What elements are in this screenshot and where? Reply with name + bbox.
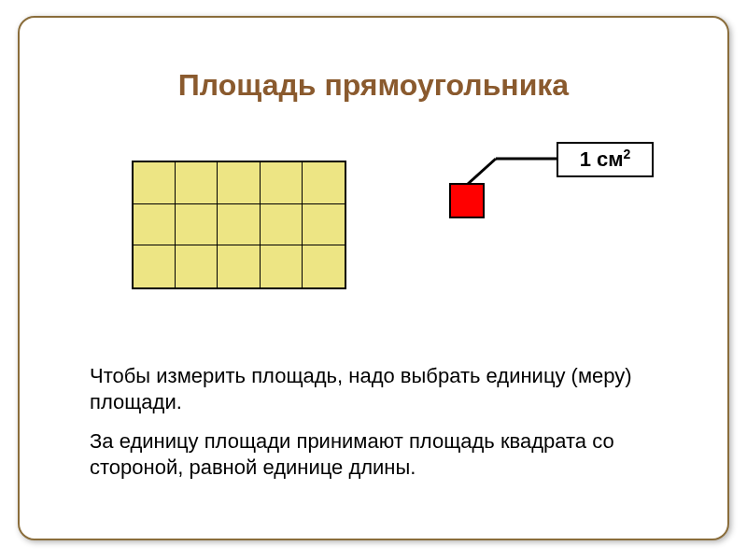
svg-line-0 bbox=[468, 159, 496, 184]
example-rectangle-grid bbox=[132, 161, 346, 289]
slide-card: Площадь прямоугольника 1 см2 Чтобы измер… bbox=[18, 16, 729, 540]
slide-title: Площадь прямоугольника bbox=[20, 68, 727, 103]
unit-label-value: 1 см bbox=[580, 147, 624, 171]
unit-square-red bbox=[449, 183, 485, 218]
unit-label-exponent: 2 bbox=[624, 147, 631, 161]
paragraph-1: Чтобы измерить площадь, надо выбрать еди… bbox=[90, 363, 678, 414]
paragraph-2: За единицу площади принимают площадь ква… bbox=[90, 428, 678, 480]
unit-area-label: 1 см2 bbox=[557, 142, 654, 177]
